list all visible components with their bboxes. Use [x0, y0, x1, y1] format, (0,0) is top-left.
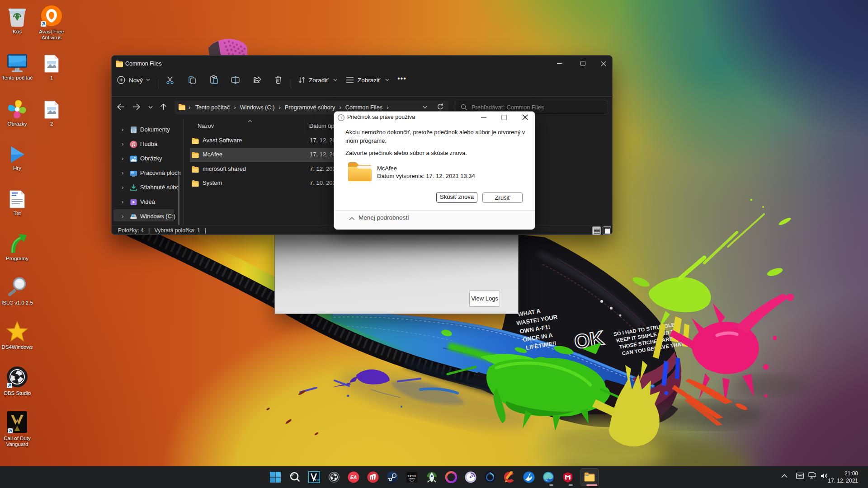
svg-text:EPIC: EPIC	[408, 474, 416, 478]
svg-text:GAMES: GAMES	[408, 478, 415, 480]
svg-text:18: 18	[316, 478, 320, 482]
svg-text:EA: EA	[350, 474, 357, 480]
